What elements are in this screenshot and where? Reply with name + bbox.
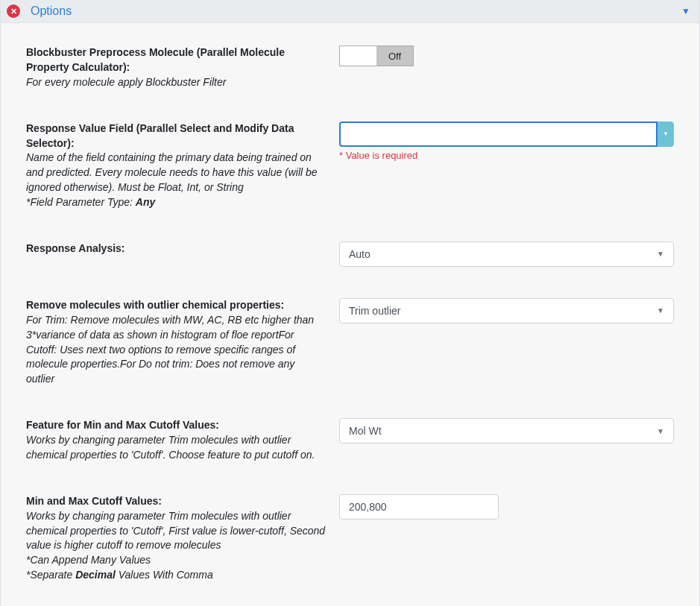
- label-remove-outlier: Remove molecules with outlier chemical p…: [26, 298, 339, 387]
- label-cutoff-values: Min and Max Cutoff Values: Works by chan…: [26, 494, 339, 583]
- cutoff-values-note2: *Separate Decimal Values With Comma: [26, 568, 326, 583]
- remove-outlier-label-text: Remove molecules with outlier chemical p…: [26, 298, 326, 313]
- row-preprocess: Blockbuster Preprocess Molecule (Paralle…: [26, 45, 674, 90]
- preprocess-label-text: Blockbuster Preprocess Molecule (Paralle…: [26, 45, 326, 75]
- caret-icon: ▼: [657, 427, 664, 435]
- note2-bold: Decimal: [75, 569, 116, 581]
- note2-suffix: Values With Comma: [116, 569, 213, 581]
- panel-title: Options: [31, 4, 681, 18]
- param-type-value: Any: [136, 196, 155, 208]
- response-value-dropdown-btn[interactable]: ▼: [658, 121, 674, 147]
- row-remove-outlier: Remove molecules with outlier chemical p…: [26, 298, 674, 387]
- response-analysis-selected: Auto: [349, 248, 371, 260]
- row-cutoff-values: Min and Max Cutoff Values: Works by chan…: [26, 494, 674, 583]
- label-response-value: Response Value Field (Parallel Select an…: [26, 121, 339, 210]
- toggle-off-left: [340, 46, 376, 66]
- close-icon[interactable]: ✕: [7, 4, 20, 18]
- cutoff-feature-selected: Mol Wt: [349, 425, 382, 437]
- response-value-label-text: Response Value Field (Parallel Select an…: [26, 121, 326, 151]
- preprocess-toggle[interactable]: Off: [339, 45, 414, 66]
- preprocess-help: For every molecule apply Blockbuster Fil…: [26, 75, 326, 90]
- chevron-down-icon[interactable]: ▼: [681, 6, 690, 16]
- panel-header[interactable]: ✕ Options ▼: [1, 0, 699, 23]
- remove-outlier-select[interactable]: Trim outlier ▼: [339, 298, 674, 323]
- row-response-analysis: Response Analysis: Auto ▼: [26, 242, 674, 267]
- param-type-prefix: *Field Parameter Type:: [26, 196, 136, 208]
- response-analysis-label-text: Response Analysis:: [26, 242, 326, 256]
- caret-icon: ▼: [657, 306, 664, 315]
- cutoff-values-note1: *Can Append Many Values: [26, 553, 326, 568]
- cutoff-feature-label-text: Feature for Min and Max Cutoff Values:: [26, 418, 326, 433]
- remove-outlier-help: For Trim: Remove molecules with MW, AC, …: [26, 313, 326, 387]
- toggle-off-label: Off: [376, 46, 413, 66]
- cutoff-values-help: Works by changing parameter Trim molecul…: [26, 509, 326, 554]
- note2-prefix: *Separate: [26, 569, 75, 581]
- caret-icon: ▼: [657, 250, 664, 258]
- cutoff-feature-help: Works by changing parameter Trim molecul…: [26, 433, 326, 463]
- cutoff-values-input[interactable]: [339, 494, 499, 520]
- cutoff-feature-select[interactable]: Mol Wt ▼: [339, 418, 674, 444]
- label-cutoff-feature: Feature for Min and Max Cutoff Values: W…: [26, 418, 339, 463]
- row-cutoff-feature: Feature for Min and Max Cutoff Values: W…: [26, 418, 674, 463]
- label-response-analysis: Response Analysis:: [26, 242, 339, 256]
- response-value-error: * Value is required: [339, 150, 674, 161]
- response-value-param-type: *Field Parameter Type: Any: [26, 195, 326, 210]
- panel-body: Blockbuster Preprocess Molecule (Paralle…: [1, 23, 699, 606]
- options-panel: ✕ Options ▼ Blockbuster Preprocess Molec…: [0, 0, 700, 606]
- response-value-select[interactable]: [339, 121, 658, 147]
- response-analysis-select[interactable]: Auto ▼: [339, 242, 674, 267]
- remove-outlier-selected: Trim outlier: [349, 305, 401, 317]
- label-preprocess: Blockbuster Preprocess Molecule (Paralle…: [26, 45, 339, 90]
- cutoff-values-label-text: Min and Max Cutoff Values:: [26, 494, 326, 509]
- row-response-value: Response Value Field (Parallel Select an…: [26, 121, 674, 210]
- response-value-help: Name of the field containing the primary…: [26, 151, 326, 195]
